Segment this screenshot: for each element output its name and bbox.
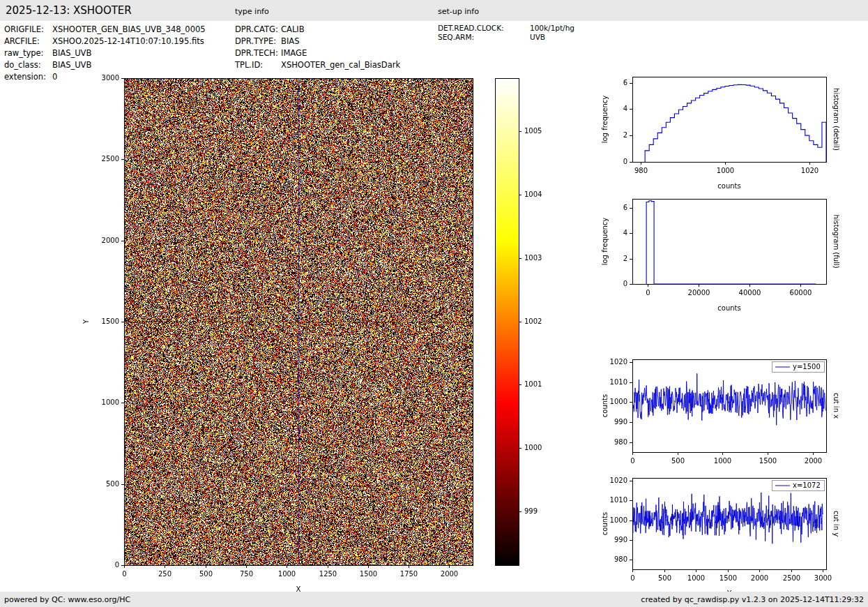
info-key: do_class:: [4, 59, 52, 71]
cut-in-x-plot: [593, 352, 868, 481]
info-row: ORIGFILE:XSHOOTER_GEN_BIAS_UVB_348_0005: [4, 24, 206, 36]
info-row: ARCFILE:XSHOO.2025-12-14T10:07:10.195.fi…: [4, 36, 206, 47]
info-value: XSHOOTER_GEN_BIAS_UVB_348_0005: [52, 24, 206, 36]
info-row: DPR.CATG:CALIB: [235, 24, 400, 36]
info-key: SEQ.ARM:: [438, 33, 530, 42]
info-value: BIAS: [281, 36, 299, 47]
info-key: DPR.CATG:: [235, 24, 281, 36]
info-key: extension:: [4, 71, 52, 83]
histogram-full-plot: [593, 190, 868, 317]
info-value: IMAGE: [281, 47, 307, 59]
info-key: DET.READ.CLOCK:: [438, 24, 530, 33]
info-value: 0: [52, 71, 57, 83]
type-info-list: DPR.CATG:CALIBDPR.TYPE:BIASDPR.TECH:IMAG…: [235, 24, 400, 71]
info-key: ORIGFILE:: [4, 24, 52, 36]
info-row: DPR.TECH:IMAGE: [235, 47, 400, 59]
setup-info-heading: set-up info: [438, 7, 479, 16]
info-row: SEQ.ARM:UVB: [438, 33, 574, 42]
info-row: DPR.TYPE:BIAS: [235, 36, 400, 47]
colorbar: [488, 70, 565, 579]
info-key: DPR.TYPE:: [235, 36, 281, 47]
header-bar: 2025-12-13: XSHOOTER type info set-up in…: [0, 0, 868, 21]
footer-left: powered by QC: www.eso.org/HC: [4, 595, 130, 604]
info-value: XSHOO.2025-12-14T10:07:10.195.fits: [52, 36, 204, 47]
info-value: 100k/1pt/hg: [530, 24, 574, 33]
bias-image-plot: [77, 70, 485, 600]
info-row: raw_type:BIAS_UVB: [4, 47, 206, 59]
info-key: DPR.TECH:: [235, 47, 281, 59]
info-row: DET.READ.CLOCK:100k/1pt/hg: [438, 24, 574, 33]
footer-bar: powered by QC: www.eso.org/HC created by…: [0, 592, 868, 607]
histogram-detail-plot: [593, 70, 868, 195]
type-info-heading: type info: [235, 7, 269, 16]
info-value: CALIB: [281, 24, 305, 36]
qc-report-page: 2025-12-13: XSHOOTER type info set-up in…: [0, 0, 868, 607]
info-value: BIAS_UVB: [52, 47, 91, 59]
cut-in-y-plot: [593, 470, 868, 599]
info-key: ARCFILE:: [4, 36, 52, 47]
footer-right: created by qc_rawdisp.py v1.2.3 on 2025-…: [641, 595, 864, 604]
setup-info-list: DET.READ.CLOCK:100k/1pt/hgSEQ.ARM:UVB: [438, 24, 574, 42]
page-title: 2025-12-13: XSHOOTER: [6, 4, 132, 17]
info-value: UVB: [530, 33, 545, 42]
info-key: raw_type:: [4, 47, 52, 59]
